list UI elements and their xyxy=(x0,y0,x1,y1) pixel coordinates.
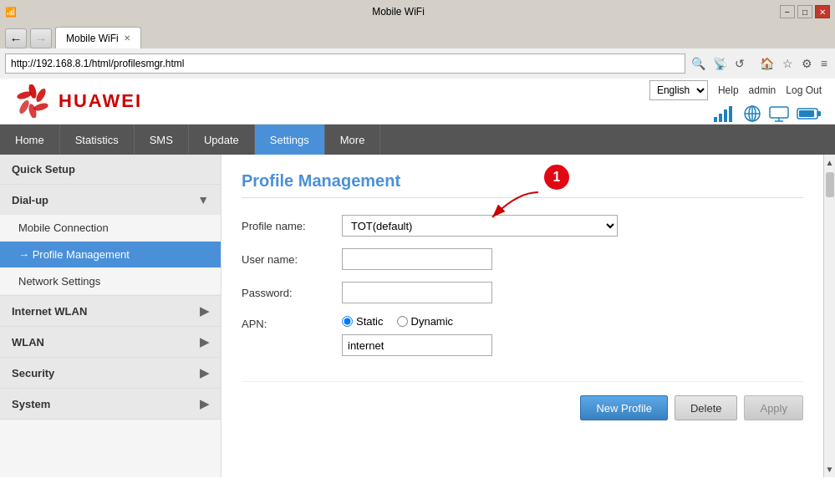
search-icon[interactable]: 🔍 xyxy=(689,57,708,70)
sidebar-section-dialup: Dial-up ▼ Mobile Connection Profile Mana… xyxy=(0,185,221,296)
svg-rect-14 xyxy=(770,107,788,118)
window-title: Mobile WiFi xyxy=(17,6,780,18)
help-link[interactable]: Help xyxy=(718,84,739,96)
apply-button[interactable]: Apply xyxy=(744,395,803,420)
bookmark-icon[interactable]: ☆ xyxy=(780,57,796,70)
sidebar: Quick Setup Dial-up ▼ Mobile Connection … xyxy=(0,155,221,477)
forward-button[interactable]: → xyxy=(30,28,52,48)
svg-rect-6 xyxy=(714,117,717,122)
apn-row: APN: Static Dynamic xyxy=(242,315,743,356)
sidebar-section-system: System ▶ xyxy=(0,389,221,420)
browser-tab[interactable]: Mobile WiFi ✕ xyxy=(55,27,141,48)
sidebar-section-header-wlan[interactable]: WLAN ▶ xyxy=(0,327,221,357)
nav-statistics[interactable]: Statistics xyxy=(60,125,135,155)
new-profile-button[interactable]: New Profile xyxy=(580,395,667,420)
sidebar-section-header-dialup[interactable]: Dial-up ▼ xyxy=(0,185,221,215)
svg-rect-19 xyxy=(799,110,814,117)
page-title: Profile Management xyxy=(242,171,400,191)
apn-static-radio[interactable] xyxy=(342,316,353,327)
main-navigation: Home Statistics SMS Update Settings More xyxy=(0,125,835,155)
rss-icon[interactable]: 📡 xyxy=(710,57,730,70)
device-status-icon xyxy=(797,105,822,122)
sidebar-section-header-internet-wlan[interactable]: Internet WLAN ▶ xyxy=(0,296,221,326)
nav-more[interactable]: More xyxy=(325,125,381,155)
close-button[interactable]: ✕ xyxy=(815,5,830,18)
sidebar-item-mobile-connection[interactable]: Mobile Connection xyxy=(0,215,221,242)
refresh-icon[interactable]: ↺ xyxy=(732,57,747,70)
nav-home[interactable]: Home xyxy=(0,125,60,155)
sidebar-section-wlan: WLAN ▶ xyxy=(0,327,221,358)
pc-status-icon xyxy=(768,105,790,122)
settings-icon[interactable]: ≡ xyxy=(818,57,830,70)
app-header: HUAWEI English 中文 Help admin Log Out xyxy=(0,79,835,125)
sidebar-section-header-system[interactable]: System ▶ xyxy=(0,389,221,419)
minimize-button[interactable]: − xyxy=(780,5,795,18)
right-scrollbar[interactable]: ▲ ▼ xyxy=(823,155,835,477)
sidebar-section-security: Security ▶ xyxy=(0,358,221,389)
apn-value-input[interactable] xyxy=(342,334,492,356)
username-label: User name: xyxy=(242,253,342,266)
title-bar: 📶 Mobile WiFi − □ ✕ xyxy=(0,0,835,23)
home-icon[interactable]: 🏠 xyxy=(757,57,776,70)
button-row: New Profile Delete Apply xyxy=(242,381,803,420)
tab-close-button[interactable]: ✕ xyxy=(124,33,130,43)
nav-sms[interactable]: SMS xyxy=(135,125,189,155)
huawei-logo-icon xyxy=(13,84,52,118)
tab-label: Mobile WiFi xyxy=(66,33,119,44)
address-bar: 🔍 📡 ↺ 🏠 ☆ ⚙ ≡ xyxy=(0,48,835,79)
nav-update[interactable]: Update xyxy=(189,125,255,155)
tab-bar: ← → Mobile WiFi ✕ xyxy=(0,23,835,48)
profile-form: Profile name: TOT(default) User name: Pa… xyxy=(242,215,743,356)
apn-label: APN: xyxy=(242,315,342,330)
sidebar-item-profile-management[interactable]: Profile Management xyxy=(0,242,221,268)
admin-label: admin xyxy=(749,84,776,96)
content-area: Profile Management 1 Profile name: xyxy=(221,155,823,477)
apn-controls: Static Dynamic xyxy=(342,315,492,356)
apn-static-radio-label[interactable]: Static xyxy=(342,315,384,328)
signal-strength-icon xyxy=(713,105,736,122)
huawei-logo: HUAWEI xyxy=(13,84,142,118)
nav-settings[interactable]: Settings xyxy=(255,125,325,155)
sidebar-quick-setup[interactable]: Quick Setup xyxy=(0,155,221,185)
scroll-down-arrow[interactable]: ▼ xyxy=(824,463,835,476)
username-input[interactable] xyxy=(342,248,492,270)
main-layout: Quick Setup Dial-up ▼ Mobile Connection … xyxy=(0,155,835,477)
username-row: User name: xyxy=(242,248,743,270)
sidebar-item-network-settings[interactable]: Network Settings xyxy=(0,268,221,295)
password-row: Password: xyxy=(242,282,743,303)
apn-type-group: Static Dynamic xyxy=(342,315,492,328)
apn-dynamic-radio-label[interactable]: Dynamic xyxy=(397,315,454,328)
logout-link[interactable]: Log Out xyxy=(786,84,822,96)
profile-name-label: Profile name: xyxy=(242,220,342,232)
header-controls: English 中文 Help admin Log Out xyxy=(649,80,822,100)
scroll-up-arrow[interactable]: ▲ xyxy=(824,156,835,169)
signal-status-icons xyxy=(713,105,822,122)
dialup-arrow-icon: ▼ xyxy=(197,193,209,206)
internet-status-icon xyxy=(743,105,761,122)
svg-rect-9 xyxy=(729,106,732,122)
internet-wlan-arrow-icon: ▶ xyxy=(200,304,209,318)
scrollbar-thumb[interactable] xyxy=(826,172,834,197)
delete-button[interactable]: Delete xyxy=(675,395,738,420)
security-arrow-icon: ▶ xyxy=(200,366,209,379)
tools-icon[interactable]: ⚙ xyxy=(799,57,815,70)
url-input[interactable] xyxy=(5,53,685,74)
system-arrow-icon: ▶ xyxy=(200,397,209,410)
password-input[interactable] xyxy=(342,282,492,303)
maximize-button[interactable]: □ xyxy=(797,5,812,18)
annotation-badge: 1 xyxy=(544,165,569,190)
apn-dynamic-radio[interactable] xyxy=(397,316,408,327)
svg-rect-8 xyxy=(724,109,727,122)
sidebar-section-internet-wlan: Internet WLAN ▶ xyxy=(0,296,221,327)
language-select[interactable]: English 中文 xyxy=(649,80,708,100)
huawei-brand-text: HUAWEI xyxy=(59,90,142,112)
browser-frame: 📶 Mobile WiFi − □ ✕ ← → Mobile WiFi ✕ 🔍 … xyxy=(0,0,835,79)
sidebar-section-header-security[interactable]: Security ▶ xyxy=(0,358,221,388)
annotation-arrow xyxy=(476,188,542,221)
window-controls: − □ ✕ xyxy=(780,5,830,18)
password-label: Password: xyxy=(242,287,342,299)
back-button[interactable]: ← xyxy=(5,28,27,48)
svg-rect-7 xyxy=(719,114,722,122)
svg-rect-18 xyxy=(817,111,821,116)
wlan-arrow-icon: ▶ xyxy=(200,335,209,349)
